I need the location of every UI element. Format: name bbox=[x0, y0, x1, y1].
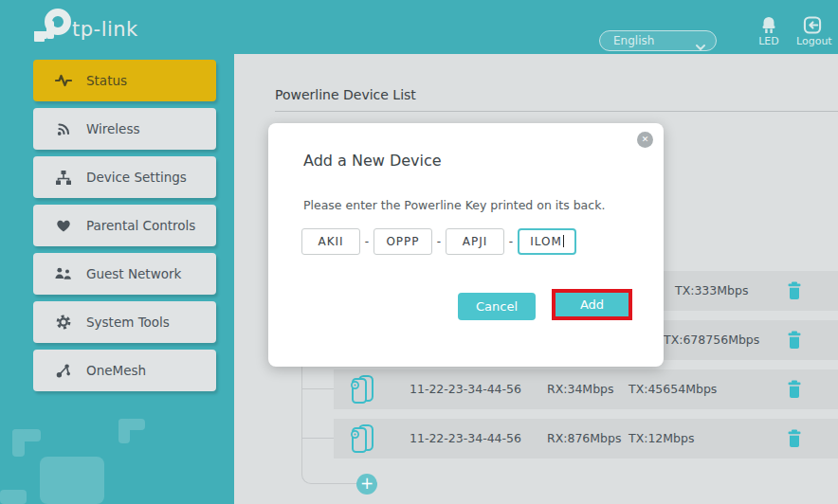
device-mac: 11-22-23-34-44-56 bbox=[410, 369, 521, 409]
sidebar-item-label: System Tools bbox=[86, 315, 170, 330]
language-select-value: English bbox=[613, 34, 654, 47]
led-button[interactable]: LED bbox=[753, 16, 785, 47]
tree-connector-line bbox=[301, 388, 334, 389]
device-tx-rate: TX:12Mbps bbox=[628, 419, 694, 459]
delete-device-icon[interactable] bbox=[787, 331, 802, 352]
led-label: LED bbox=[758, 35, 779, 47]
device-tx-rate: TX:333Mbps bbox=[675, 271, 748, 311]
device-mac: 11-22-23-34-44-56 bbox=[410, 419, 521, 459]
device-tx-rate: TX:45654Mbps bbox=[628, 369, 717, 409]
decor-square bbox=[40, 457, 104, 504]
key-segment-2-value: OPPP bbox=[386, 235, 419, 248]
device-rx-rate: RX:876Mbps bbox=[547, 419, 622, 459]
key-segment-1-value: AKII bbox=[318, 235, 343, 248]
add-new-device-dialog: ✕ Add a New Device Please enter the Powe… bbox=[268, 123, 664, 367]
key-segment-4-value: ILOM bbox=[530, 235, 562, 248]
sidebar-item-label: Guest Network bbox=[86, 266, 181, 281]
sidebar-item-system-tools[interactable]: System Tools bbox=[33, 301, 216, 343]
sidebar-item-label: Parental Controls bbox=[86, 218, 195, 233]
add-device-plus-button[interactable]: + bbox=[356, 474, 377, 495]
decor-square bbox=[118, 419, 130, 443]
mesh-nodes-icon bbox=[54, 363, 73, 378]
logout-label: Logout bbox=[796, 35, 832, 47]
tree-connector-line bbox=[301, 438, 334, 439]
tplink-logo: tp-link bbox=[27, 8, 152, 51]
sidebar-item-onemesh[interactable]: OneMesh bbox=[33, 350, 216, 391]
key-segment-2-input[interactable]: OPPP bbox=[373, 228, 432, 255]
language-select[interactable]: English bbox=[599, 30, 717, 51]
sidebar-item-wireless[interactable]: Wireless bbox=[33, 108, 216, 150]
key-segment-4-input[interactable]: ILOM bbox=[518, 228, 576, 255]
device-tx-rate: TX:678756Mbps bbox=[664, 320, 759, 360]
logout-icon bbox=[796, 16, 829, 34]
key-separator: - bbox=[432, 235, 446, 248]
sidebar-item-device-settings[interactable]: Device Settings bbox=[33, 156, 216, 198]
status-pulse-icon bbox=[54, 74, 73, 87]
cancel-button[interactable]: Cancel bbox=[458, 293, 536, 320]
led-icon bbox=[753, 16, 785, 34]
powerline-adapter-icon bbox=[349, 374, 374, 407]
logout-button[interactable]: Logout bbox=[796, 16, 829, 47]
add-button[interactable]: Add bbox=[556, 293, 628, 316]
wireless-signal-icon bbox=[54, 121, 73, 136]
sidebar-item-label: OneMesh bbox=[86, 363, 146, 378]
title-divider bbox=[275, 111, 838, 112]
heart-icon bbox=[54, 219, 73, 232]
sidebar-item-parental-controls[interactable]: Parental Controls bbox=[33, 205, 216, 246]
dialog-instruction: Please enter the Powerline Key printed o… bbox=[303, 198, 605, 212]
text-cursor bbox=[563, 235, 564, 247]
decor-square bbox=[0, 490, 27, 504]
sidebar-item-label: Status bbox=[86, 73, 127, 88]
sidebar-item-guest-network[interactable]: Guest Network bbox=[33, 253, 216, 295]
close-icon[interactable]: ✕ bbox=[637, 132, 653, 148]
sidebar-item-label: Wireless bbox=[86, 121, 140, 136]
people-icon bbox=[54, 267, 73, 280]
key-segment-3-input[interactable]: APJI bbox=[446, 228, 504, 255]
powerline-key-inputs: AKII - OPPP - APJI - ILOM bbox=[301, 228, 576, 255]
key-separator: - bbox=[360, 235, 373, 248]
red-highlight-box: Add bbox=[552, 289, 632, 320]
device-rx-rate: RX:34Mbps bbox=[547, 369, 614, 409]
gear-icon bbox=[54, 315, 73, 330]
delete-device-icon[interactable] bbox=[787, 281, 802, 303]
powerline-adapter-icon bbox=[349, 423, 374, 457]
table-row: 11-22-23-34-44-56 RX:876Mbps TX:12Mbps bbox=[334, 419, 838, 459]
delete-device-icon[interactable] bbox=[787, 380, 802, 402]
dialog-title: Add a New Device bbox=[303, 152, 442, 170]
decor-square bbox=[12, 429, 25, 457]
network-hierarchy-icon bbox=[54, 171, 73, 185]
sidebar-item-label: Device Settings bbox=[86, 170, 187, 185]
key-segment-3-value: APJI bbox=[463, 235, 488, 248]
brand-text: tp-link bbox=[72, 18, 138, 41]
key-separator: - bbox=[504, 235, 518, 248]
delete-device-icon[interactable] bbox=[787, 429, 802, 451]
page-title: Powerline Device List bbox=[275, 87, 416, 102]
sidebar-item-status[interactable]: Status bbox=[33, 60, 216, 101]
key-segment-1-input[interactable]: AKII bbox=[301, 228, 360, 255]
table-row: 11-22-23-34-44-56 RX:34Mbps TX:45654Mbps bbox=[334, 369, 838, 409]
